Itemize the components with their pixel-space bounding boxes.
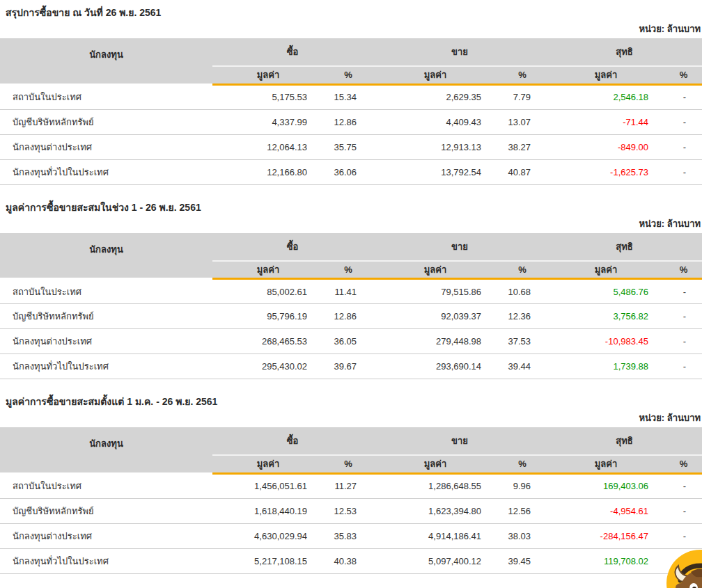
table-row: นักลงทุนทั่วไปในประเทศ 295,430.02 39.67 … [0,354,702,379]
table-row: นักลงทุนทั่วไปในประเทศ 12,166.80 36.06 1… [0,159,702,184]
sell-value-cell: 2,629.35 [373,84,498,109]
sell-percent-cell: 39.45 [498,548,547,573]
net-value-cell: 2,546.18 [547,84,665,109]
col-header-sell-percent: % [498,455,547,473]
buy-percent-cell: 11.41 [324,279,373,304]
sell-value-cell: 1,623,394.80 [373,498,498,523]
net-value-cell: -4,954.61 [547,498,665,523]
buy-value-cell: 4,337.99 [212,109,324,134]
net-value-cell: -849.00 [547,134,665,159]
table-row: บัญชีบริษัทหลักทรัพย์ 1,618,440.19 12.53… [0,498,702,523]
buy-percent-cell: 12.86 [324,304,373,329]
sell-value-cell: 293,690.14 [373,354,498,379]
sell-percent-cell: 38.03 [498,523,547,548]
net-percent-cell: - [665,134,702,159]
col-header-investor: นักลงทุน [0,38,212,84]
sell-percent-cell: 7.79 [498,84,547,109]
investor-type-label: บัญชีบริษัทหลักทรัพย์ [0,498,212,523]
sell-value-cell: 1,286,648.55 [373,473,498,498]
col-header-sell-value: มูลค่า [373,261,498,279]
unit-label: หน่วย: ล้านบาท [0,412,701,424]
unit-label: หน่วย: ล้านบาท [0,23,701,35]
sell-value-cell: 79,515.86 [373,279,498,304]
buy-percent-cell: 15.34 [324,84,373,109]
sell-value-cell: 4,914,186.41 [373,523,498,548]
sell-value-cell: 279,448.98 [373,329,498,354]
bull-mascot-chat-button[interactable] [666,550,702,588]
col-header-buy-value: มูลค่า [212,261,324,279]
buy-value-cell: 268,465.53 [212,329,324,354]
buy-value-cell: 12,166.80 [212,159,324,184]
net-value-cell: -1,625.73 [547,159,665,184]
daily-summary-table: นักลงทุน ซื้อ ขาย สุทธิ มูลค่า % มูลค่า … [0,38,702,185]
investor-type-label: บัญชีบริษัทหลักทรัพย์ [0,304,212,329]
sell-value-cell: 13,792.54 [373,159,498,184]
col-header-buy: ซื้อ [212,427,373,455]
buy-percent-cell: 12.53 [324,498,373,523]
investor-type-label: สถาบันในประเทศ [0,84,212,109]
investor-type-label: นักลงทุนทั่วไปในประเทศ [0,548,212,573]
net-percent-cell: - [665,473,702,498]
bull-mascot-icon [666,550,702,588]
col-header-net-value: มูลค่า [547,261,665,279]
investor-type-label: บัญชีบริษัทหลักทรัพย์ [0,109,212,134]
net-percent-cell: - [665,304,702,329]
unit-label: หน่วย: ล้านบาท [0,218,701,230]
sell-value-cell: 5,097,400.12 [373,548,498,573]
buy-percent-cell: 35.83 [324,523,373,548]
net-value-cell: 1,739.88 [547,354,665,379]
col-header-net-percent: % [665,261,702,279]
col-header-net-percent: % [665,66,702,84]
col-header-buy: ซื้อ [212,233,373,261]
buy-percent-cell: 35.75 [324,134,373,159]
sell-percent-cell: 39.44 [498,354,547,379]
buy-percent-cell: 12.86 [324,109,373,134]
net-percent-cell: - [665,109,702,134]
net-value-cell: -10,983.45 [547,329,665,354]
net-value-cell: 169,403.06 [547,473,665,498]
net-percent-cell: - [665,279,702,304]
sell-percent-cell: 38.27 [498,134,547,159]
col-header-sell-percent: % [498,261,547,279]
investor-type-label: สถาบันในประเทศ [0,279,212,304]
table-row: สถาบันในประเทศ 1,456,051.61 11.27 1,286,… [0,473,702,498]
net-percent-cell: - [665,84,702,109]
col-header-buy-value: มูลค่า [212,66,324,84]
col-header-sell: ขาย [373,233,547,261]
buy-percent-cell: 40.38 [324,548,373,573]
table-row: สถาบันในประเทศ 85,002.61 11.41 79,515.86… [0,279,702,304]
table-row: บัญชีบริษัทหลักทรัพย์ 4,337.99 12.86 4,4… [0,109,702,134]
sell-percent-cell: 40.87 [498,159,547,184]
table-row: นักลงทุนต่างประเทศ 268,465.53 36.05 279,… [0,329,702,354]
net-value-cell: 119,708.02 [547,548,665,573]
sell-value-cell: 12,913.13 [373,134,498,159]
investor-type-label: นักลงทุนต่างประเทศ [0,523,212,548]
col-header-net: สุทธิ [547,427,702,455]
sell-percent-cell: 9.96 [498,473,547,498]
col-header-investor: นักลงทุน [0,427,212,473]
col-header-sell-value: มูลค่า [373,66,498,84]
investor-type-label: สถาบันในประเทศ [0,473,212,498]
net-percent-cell: - [665,354,702,379]
trading-summary-page: สรุปการซื้อขาย ณ วันที่ 26 พ.ย. 2561 หน่… [0,0,702,588]
col-header-net-percent: % [665,455,702,473]
col-header-sell-value: มูลค่า [373,455,498,473]
sell-percent-cell: 37.53 [498,329,547,354]
investor-type-label: นักลงทุนต่างประเทศ [0,329,212,354]
col-header-sell-percent: % [498,66,547,84]
buy-percent-cell: 36.05 [324,329,373,354]
net-value-cell: 5,486.76 [547,279,665,304]
sell-percent-cell: 13.07 [498,109,547,134]
col-header-net: สุทธิ [547,233,702,261]
col-header-net-value: มูลค่า [547,455,665,473]
buy-value-cell: 1,618,440.19 [212,498,324,523]
sell-percent-cell: 12.36 [498,304,547,329]
month-accumulated-table: นักลงทุน ซื้อ ขาย สุทธิ มูลค่า % มูลค่า … [0,233,702,380]
buy-value-cell: 295,430.02 [212,354,324,379]
col-header-sell: ขาย [373,427,547,455]
section-title: มูลค่าการซื้อขายสะสมตั้งแต่ 1 ม.ค. - 26 … [0,395,702,408]
buy-value-cell: 4,630,029.94 [212,523,324,548]
net-value-cell: -284,156.47 [547,523,665,548]
investor-type-label: นักลงทุนต่างประเทศ [0,134,212,159]
buy-value-cell: 85,002.61 [212,279,324,304]
